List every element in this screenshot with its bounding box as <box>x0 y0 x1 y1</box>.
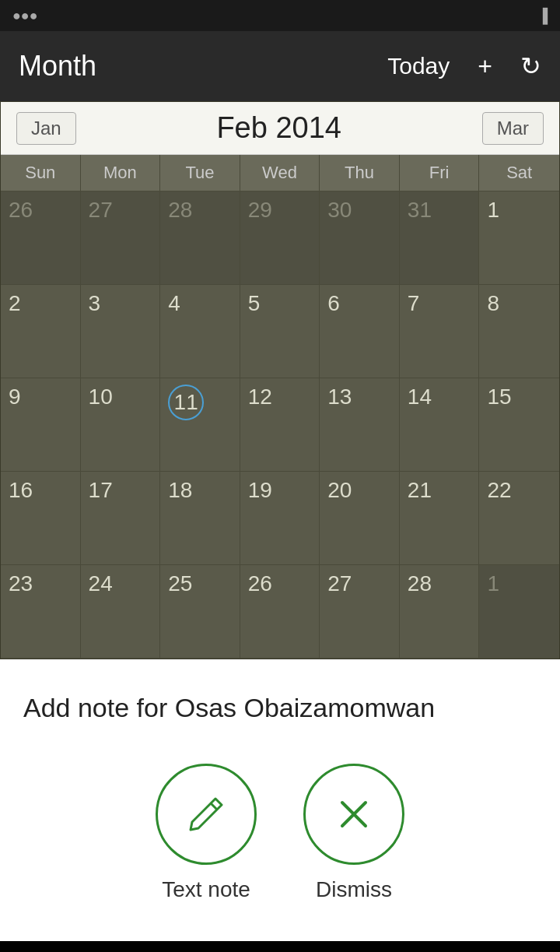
table-row[interactable]: 26 <box>240 565 320 659</box>
cal-date: 15 <box>487 385 511 409</box>
table-row[interactable]: 22 <box>479 472 559 565</box>
status-battery: ▐ <box>537 8 548 24</box>
table-row[interactable]: 27 <box>320 565 400 659</box>
day-header-wed: Wed <box>240 155 320 191</box>
table-row[interactable]: 9 <box>1 378 81 472</box>
table-row[interactable]: 3 <box>81 285 161 378</box>
x-icon <box>331 791 377 838</box>
cal-date: 26 <box>248 571 272 595</box>
cal-date: 21 <box>408 478 432 502</box>
table-row[interactable]: 1 <box>479 565 559 659</box>
app-bar: Month Today + ↻ <box>0 31 560 101</box>
cal-date: 17 <box>89 478 113 502</box>
cal-date: 16 <box>9 478 33 502</box>
cal-date: 25 <box>168 571 192 595</box>
table-row[interactable]: 25 <box>160 565 240 659</box>
table-row[interactable]: 19 <box>240 472 320 565</box>
cal-date: 1 <box>487 198 499 222</box>
day-header-fri: Fri <box>400 155 480 191</box>
cal-date: 14 <box>408 385 432 409</box>
cal-date: 6 <box>327 291 340 315</box>
cal-date: 3 <box>89 291 101 315</box>
day-header-tue: Tue <box>160 155 240 191</box>
cal-date: 12 <box>248 385 272 409</box>
bottom-sheet-title: Add note for Osas Obaizamomwan <box>23 690 537 725</box>
table-row[interactable]: 20 <box>320 472 400 565</box>
table-row[interactable]: 24 <box>81 565 161 659</box>
current-month: Feb <box>216 111 267 144</box>
cal-date: 2 <box>9 291 21 315</box>
prev-month-button[interactable]: Jan <box>16 112 76 145</box>
table-row[interactable]: 7 <box>400 285 480 378</box>
cal-date: 13 <box>327 385 352 409</box>
cal-date: 18 <box>168 478 192 502</box>
table-row[interactable]: 1 <box>479 191 559 285</box>
table-row[interactable]: 5 <box>240 285 320 378</box>
cal-date: 5 <box>248 291 261 315</box>
table-row[interactable]: 2 <box>1 285 81 378</box>
next-month-button[interactable]: Mar <box>482 112 544 145</box>
table-row[interactable]: 30 <box>320 191 400 285</box>
text-note-label: Text note <box>162 877 250 902</box>
table-row[interactable]: 4 <box>160 285 240 378</box>
current-year: 2014 <box>275 111 341 144</box>
text-note-button[interactable]: Text note <box>156 764 257 902</box>
add-button[interactable]: + <box>478 52 492 81</box>
day-header-mon: Mon <box>81 155 161 191</box>
table-row[interactable]: 29 <box>240 191 320 285</box>
day-header-sun: Sun <box>1 155 81 191</box>
cal-date: 27 <box>89 198 113 222</box>
month-title: Feb 2014 <box>216 111 341 145</box>
cal-date: 20 <box>327 478 352 502</box>
table-row[interactable]: 6 <box>320 285 400 378</box>
table-row[interactable]: 21 <box>400 472 480 565</box>
calendar: Jan Feb 2014 Mar Sun Mon Tue Wed Thu Fri… <box>0 101 560 659</box>
cal-date: 7 <box>408 291 420 315</box>
table-row[interactable]: 18 <box>160 472 240 565</box>
table-row[interactable]: 8 <box>479 285 559 378</box>
cal-date: 11 <box>168 385 204 420</box>
dismiss-button[interactable]: Dismiss <box>303 764 404 902</box>
dismiss-label: Dismiss <box>316 877 392 902</box>
table-row[interactable]: 10 <box>81 378 161 472</box>
cal-date: 26 <box>9 198 33 222</box>
text-note-circle <box>156 764 257 865</box>
table-row[interactable]: 15 <box>479 378 559 472</box>
table-row[interactable]: 28 <box>400 565 480 659</box>
table-row[interactable]: 26 <box>1 191 81 285</box>
day-header-sat: Sat <box>479 155 559 191</box>
table-row[interactable]: 31 <box>400 191 480 285</box>
cal-date: 31 <box>408 198 432 222</box>
cal-date: 28 <box>408 571 432 595</box>
table-row[interactable]: 14 <box>400 378 480 472</box>
cal-date: 24 <box>89 571 113 595</box>
cal-date: 23 <box>9 571 33 595</box>
table-row[interactable]: 12 <box>240 378 320 472</box>
table-row[interactable]: 27 <box>81 191 161 285</box>
calendar-grid: 2627282930311234567891011121314151617181… <box>1 191 559 659</box>
cal-date: 1 <box>487 571 499 595</box>
bottom-actions: Text note Dismiss <box>23 764 537 902</box>
cal-date: 30 <box>327 198 352 222</box>
table-row[interactable]: 11 <box>160 378 240 472</box>
cal-date: 9 <box>9 385 21 409</box>
cal-date: 27 <box>327 571 352 595</box>
month-nav: Jan Feb 2014 Mar <box>1 102 559 155</box>
table-row[interactable]: 17 <box>81 472 161 565</box>
cal-date: 22 <box>487 478 511 502</box>
table-row[interactable]: 13 <box>320 378 400 472</box>
cal-date: 8 <box>487 291 499 315</box>
table-row[interactable]: 28 <box>160 191 240 285</box>
app-bar-title: Month <box>19 50 96 83</box>
status-icons: ●●● <box>12 8 38 24</box>
cal-date: 29 <box>248 198 272 222</box>
table-row[interactable]: 16 <box>1 472 81 565</box>
cal-date: 28 <box>168 198 192 222</box>
table-row[interactable]: 23 <box>1 565 81 659</box>
status-bar: ●●● ▐ <box>0 0 560 31</box>
today-button[interactable]: Today <box>387 53 450 79</box>
cal-date: 4 <box>168 291 180 315</box>
day-headers: Sun Mon Tue Wed Thu Fri Sat <box>1 155 559 191</box>
refresh-button[interactable]: ↻ <box>520 51 541 81</box>
app-bar-actions: Today + ↻ <box>387 51 541 81</box>
